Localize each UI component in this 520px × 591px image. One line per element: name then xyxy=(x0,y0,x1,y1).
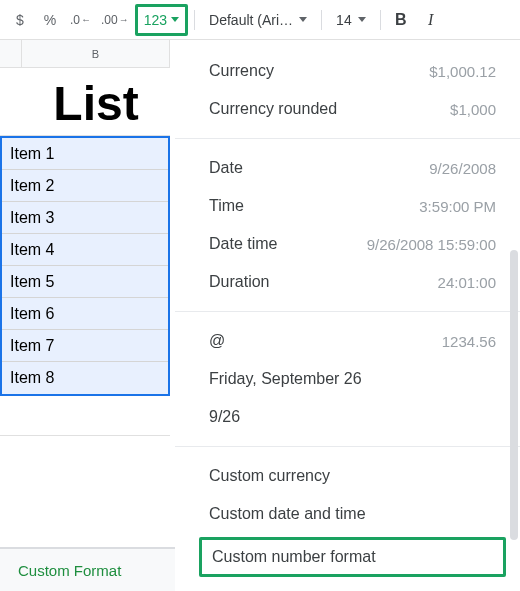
menu-item-label: @ xyxy=(209,332,225,350)
font-family-label: Default (Ari… xyxy=(209,12,293,28)
menu-item-label: Time xyxy=(209,197,244,215)
empty-row[interactable] xyxy=(0,396,170,436)
chevron-down-icon xyxy=(171,17,179,22)
currency-format-button[interactable]: $ xyxy=(6,6,34,34)
menu-item-example: $1,000.12 xyxy=(429,63,496,80)
menu-separator xyxy=(175,138,520,139)
column-header-b[interactable]: B xyxy=(22,40,170,67)
menu-item-label: Currency rounded xyxy=(209,100,337,118)
menu-item-custom-date-time[interactable]: Custom date and time xyxy=(175,495,520,533)
menu-item-example: 9/26/2008 xyxy=(429,160,496,177)
scrollbar[interactable] xyxy=(510,250,518,540)
font-size-select[interactable]: 14 xyxy=(328,6,374,34)
cell: Item 3 xyxy=(2,209,168,227)
menu-item-custom-currency[interactable]: Custom currency xyxy=(175,457,520,495)
toolbar: $ % .0 ← .00 → 123 Default (Ari… 14 B I xyxy=(0,0,520,40)
table-row[interactable]: Item 3 xyxy=(2,202,168,234)
column-header-row: B xyxy=(0,40,170,68)
table-row[interactable]: Item 5 xyxy=(2,266,168,298)
menu-item-label: Date time xyxy=(209,235,277,253)
menu-item-label: Currency xyxy=(209,62,274,80)
title-cell[interactable]: List xyxy=(22,68,170,135)
menu-item-example: 1234.56 xyxy=(442,333,496,350)
toolbar-separator xyxy=(321,10,322,30)
menu-item-short-date[interactable]: 9/26 xyxy=(175,398,520,436)
italic-button[interactable]: I xyxy=(417,6,445,34)
increase-decimal-button[interactable]: .00 → xyxy=(97,6,133,34)
menu-item-currency-rounded[interactable]: Currency rounded $1,000 xyxy=(175,90,520,128)
decrease-decimal-button[interactable]: .0 ← xyxy=(66,6,95,34)
table-row[interactable]: Item 4 xyxy=(2,234,168,266)
more-formats-button[interactable]: 123 xyxy=(135,4,188,36)
cell: Item 4 xyxy=(2,241,168,259)
font-size-label: 14 xyxy=(336,12,352,28)
font-family-select[interactable]: Default (Ari… xyxy=(201,6,315,34)
menu-item-label: Date xyxy=(209,159,243,177)
format-menu: Currency $1,000.12 Currency rounded $1,0… xyxy=(175,40,520,591)
menu-item-at[interactable]: @ 1234.56 xyxy=(175,322,520,360)
menu-item-duration[interactable]: Duration 24:01:00 xyxy=(175,263,520,301)
corner-cell xyxy=(0,40,22,67)
menu-item-friday[interactable]: Friday, September 26 xyxy=(175,360,520,398)
cell: Item 1 xyxy=(2,145,168,163)
menu-item-custom-number-format[interactable]: Custom number format xyxy=(199,537,506,577)
percent-format-button[interactable]: % xyxy=(36,6,64,34)
table-row[interactable]: Item 6 xyxy=(2,298,168,330)
sheet-tab[interactable]: Custom Format xyxy=(18,562,121,579)
menu-item-date[interactable]: Date 9/26/2008 xyxy=(175,149,520,187)
arrow-left-icon: ← xyxy=(81,14,91,25)
menu-item-example: 9/26/2008 15:59:00 xyxy=(367,236,496,253)
more-formats-label: 123 xyxy=(144,12,167,28)
menu-separator xyxy=(175,446,520,447)
selected-range: Item 1 Item 2 Item 3 Item 4 Item 5 Item … xyxy=(0,136,170,396)
menu-item-label: Duration xyxy=(209,273,269,291)
cell: Item 8 xyxy=(2,369,168,387)
table-row[interactable]: Item 7 xyxy=(2,330,168,362)
format-menu-inner: Currency $1,000.12 Currency rounded $1,0… xyxy=(175,40,520,577)
cell: Item 6 xyxy=(2,305,168,323)
decrease-decimal-label: .0 xyxy=(70,13,80,27)
table-row[interactable]: Item 8 xyxy=(2,362,168,394)
table-row[interactable]: Item 2 xyxy=(2,170,168,202)
menu-item-example: $1,000 xyxy=(450,101,496,118)
cell: Item 7 xyxy=(2,337,168,355)
table-row[interactable]: Item 1 xyxy=(2,138,168,170)
cell: Item 5 xyxy=(2,273,168,291)
spreadsheet-area: B List Item 1 Item 2 Item 3 Item 4 Item … xyxy=(0,40,170,591)
menu-item-example: 24:01:00 xyxy=(438,274,496,291)
menu-item-example: 3:59:00 PM xyxy=(419,198,496,215)
cell: Item 2 xyxy=(2,177,168,195)
menu-item-currency[interactable]: Currency $1,000.12 xyxy=(175,52,520,90)
toolbar-separator xyxy=(194,10,195,30)
arrow-right-icon: → xyxy=(119,14,129,25)
menu-item-time[interactable]: Time 3:59:00 PM xyxy=(175,187,520,225)
chevron-down-icon xyxy=(299,17,307,22)
bold-button[interactable]: B xyxy=(387,6,415,34)
menu-item-date-time[interactable]: Date time 9/26/2008 15:59:00 xyxy=(175,225,520,263)
menu-separator xyxy=(175,311,520,312)
title-row: List xyxy=(0,68,170,136)
toolbar-separator xyxy=(380,10,381,30)
chevron-down-icon xyxy=(358,17,366,22)
increase-decimal-label: .00 xyxy=(101,13,118,27)
